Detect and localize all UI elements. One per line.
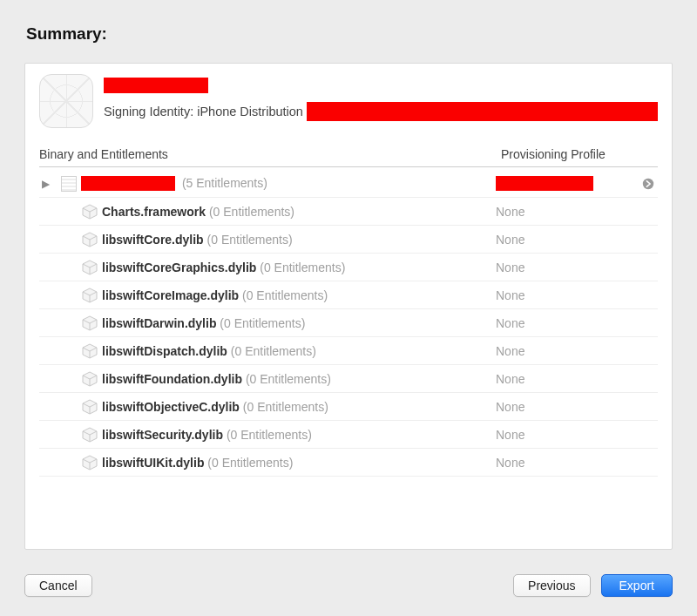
entitlements-count: (0 Entitlements) bbox=[207, 456, 293, 470]
table-row[interactable]: libswiftObjectiveC.dylib (0 Entitlements… bbox=[39, 393, 658, 421]
binary-name-cell: libswiftObjectiveC.dylib (0 Entitlements… bbox=[102, 400, 496, 414]
entitlements-count: (0 Entitlements) bbox=[207, 233, 293, 247]
framework-box-icon bbox=[78, 343, 102, 359]
binary-name: libswiftFoundation.dylib bbox=[102, 372, 242, 386]
table-row[interactable]: libswiftCoreGraphics.dylib (0 Entitlemen… bbox=[39, 254, 658, 281]
binary-name: libswiftSecurity.dylib bbox=[102, 428, 223, 442]
binaries-list: ▶ (5 Entitlements) Charts.framework (0 E… bbox=[39, 170, 658, 477]
table-row-main-binary[interactable]: ▶ (5 Entitlements) bbox=[39, 170, 658, 198]
table-row[interactable]: libswiftCore.dylib (0 Entitlements)None bbox=[39, 226, 658, 254]
entitlements-count: (5 Entitlements) bbox=[182, 176, 267, 190]
binary-name: Charts.framework bbox=[102, 205, 206, 219]
table-header: Binary and Entitlements Provisioning Pro… bbox=[39, 147, 658, 167]
disclosure-triangle-icon[interactable]: ▶ bbox=[39, 178, 57, 190]
signing-identity-line: Signing Identity: iPhone Distribution bbox=[104, 102, 658, 121]
svg-point-0 bbox=[643, 178, 653, 188]
framework-box-icon bbox=[78, 260, 102, 275]
redacted-profile-name bbox=[496, 176, 593, 191]
binary-name-cell: Charts.framework (0 Entitlements) bbox=[102, 205, 496, 219]
profile-cell: None bbox=[496, 428, 639, 442]
table-row[interactable]: libswiftCoreImage.dylib (0 Entitlements)… bbox=[39, 281, 658, 309]
cancel-button[interactable]: Cancel bbox=[24, 574, 92, 597]
table-row[interactable]: libswiftUIKit.dylib (0 Entitlements)None bbox=[39, 449, 658, 477]
framework-box-icon bbox=[78, 371, 102, 387]
table-row[interactable]: libswiftFoundation.dylib (0 Entitlements… bbox=[39, 365, 658, 393]
entitlements-count: (0 Entitlements) bbox=[227, 428, 312, 442]
profile-cell: None bbox=[496, 288, 639, 302]
binary-name-cell: libswiftCoreGraphics.dylib (0 Entitlemen… bbox=[102, 261, 496, 274]
entitlements-count: (0 Entitlements) bbox=[209, 205, 294, 219]
table-row[interactable]: Charts.framework (0 Entitlements)None bbox=[39, 198, 658, 226]
profile-cell bbox=[496, 176, 639, 192]
go-arrow-icon[interactable] bbox=[639, 178, 658, 190]
binary-name: libswiftCoreGraphics.dylib bbox=[102, 261, 256, 274]
export-button[interactable]: Export bbox=[601, 574, 673, 597]
framework-box-icon bbox=[78, 232, 102, 247]
binary-name-cell: libswiftDispatch.dylib (0 Entitlements) bbox=[102, 344, 496, 358]
binary-name-cell: libswiftCore.dylib (0 Entitlements) bbox=[102, 233, 496, 247]
binary-name: libswiftCore.dylib bbox=[102, 233, 204, 247]
binary-name-cell: libswiftSecurity.dylib (0 Entitlements) bbox=[102, 428, 496, 442]
entitlements-count: (0 Entitlements) bbox=[243, 400, 328, 414]
redacted-binary-name bbox=[81, 176, 175, 191]
signing-identity-label: Signing Identity: bbox=[104, 105, 197, 118]
binary-name: libswiftDispatch.dylib bbox=[102, 344, 227, 358]
entitlements-count: (0 Entitlements) bbox=[231, 344, 316, 358]
profile-cell: None bbox=[496, 344, 639, 358]
profile-cell: None bbox=[496, 261, 639, 274]
summary-panel: Signing Identity: iPhone Distribution Bi… bbox=[24, 63, 673, 550]
binary-name-cell: libswiftUIKit.dylib (0 Entitlements) bbox=[102, 456, 496, 470]
entitlements-count: (0 Entitlements) bbox=[246, 372, 331, 386]
profile-cell: None bbox=[496, 233, 639, 247]
table-row[interactable]: libswiftDispatch.dylib (0 Entitlements)N… bbox=[39, 337, 658, 365]
profile-cell: None bbox=[496, 205, 639, 219]
binary-name: libswiftObjectiveC.dylib bbox=[102, 400, 240, 414]
previous-button[interactable]: Previous bbox=[513, 574, 590, 597]
signing-identity-value: iPhone Distribution bbox=[197, 105, 307, 118]
app-header: Signing Identity: iPhone Distribution bbox=[39, 74, 658, 128]
app-header-text: Signing Identity: iPhone Distribution bbox=[104, 74, 658, 121]
binary-name: libswiftCoreImage.dylib bbox=[102, 288, 239, 302]
framework-box-icon bbox=[78, 399, 102, 415]
framework-box-icon bbox=[78, 427, 102, 443]
binary-name-cell: libswiftCoreImage.dylib (0 Entitlements) bbox=[102, 288, 496, 302]
redacted-signing-detail bbox=[307, 102, 658, 121]
profile-cell: None bbox=[496, 400, 639, 414]
binary-name: libswiftDarwin.dylib bbox=[102, 316, 216, 330]
column-profile-header: Provisioning Profile bbox=[501, 147, 658, 161]
binary-icon bbox=[57, 176, 81, 192]
binary-name-cell: libswiftFoundation.dylib (0 Entitlements… bbox=[102, 372, 496, 386]
footer-buttons: Cancel Previous Export bbox=[24, 574, 673, 597]
app-icon-placeholder bbox=[39, 74, 93, 128]
profile-cell: None bbox=[496, 372, 639, 386]
profile-cell: None bbox=[496, 456, 639, 470]
page-title: Summary: bbox=[0, 0, 697, 56]
entitlements-count: (0 Entitlements) bbox=[260, 261, 345, 274]
profile-cell: None bbox=[496, 316, 639, 330]
framework-box-icon bbox=[78, 288, 102, 303]
entitlements-count: (0 Entitlements) bbox=[242, 288, 328, 302]
export-summary-window: Summary: Signing Identity: iPhone Distri… bbox=[0, 0, 697, 616]
entitlements-count: (0 Entitlements) bbox=[220, 316, 305, 330]
framework-box-icon bbox=[78, 315, 102, 331]
binary-name: libswiftUIKit.dylib bbox=[102, 456, 204, 470]
framework-box-icon bbox=[78, 204, 102, 220]
redacted-app-name bbox=[104, 78, 208, 93]
binary-name-cell: (5 Entitlements) bbox=[81, 176, 496, 192]
column-binary-header: Binary and Entitlements bbox=[39, 147, 501, 161]
framework-box-icon bbox=[78, 455, 102, 470]
table-row[interactable]: libswiftDarwin.dylib (0 Entitlements)Non… bbox=[39, 309, 658, 337]
table-row[interactable]: libswiftSecurity.dylib (0 Entitlements)N… bbox=[39, 421, 658, 449]
binary-name-cell: libswiftDarwin.dylib (0 Entitlements) bbox=[102, 316, 496, 330]
